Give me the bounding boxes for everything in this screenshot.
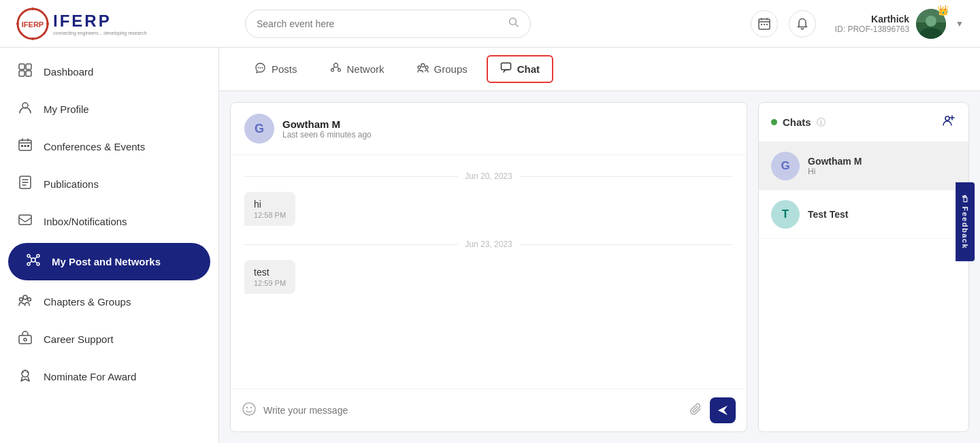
svg-point-49 xyxy=(421,64,425,67)
svg-point-46 xyxy=(333,63,338,67)
chat-messages: Jun 20, 2023 hi 12:58 PM Jun 23, 2023 xyxy=(231,155,747,389)
svg-rect-52 xyxy=(501,63,510,70)
chat-list-avatar-gowtham: G xyxy=(771,152,800,180)
svg-point-40 xyxy=(24,370,26,372)
svg-point-42 xyxy=(22,372,24,373)
chat-contact-status: Last seen 6 minutes ago xyxy=(282,130,372,140)
chat-contact-avatar: G xyxy=(244,114,274,144)
svg-rect-25 xyxy=(24,145,27,147)
chat-list-item-gowtham[interactable]: G Gowtham M Hi xyxy=(759,142,968,191)
user-name: Karthick xyxy=(835,14,909,24)
feedback-tab[interactable]: 🏷 Feedback xyxy=(956,182,975,261)
svg-text:IFERP: IFERP xyxy=(22,20,44,29)
svg-point-56 xyxy=(945,116,949,120)
svg-point-54 xyxy=(246,406,248,408)
message-bubble-1: hi 12:58 PM xyxy=(244,192,295,226)
user-details: Karthick ID: PROF-13896763 xyxy=(835,14,909,34)
message-wrap-2: test 12:59 PM xyxy=(244,260,733,297)
main-layout: Dashboard My Profile Conferences & Event… xyxy=(0,48,980,443)
chat-list-name-gowtham: Gowtham M xyxy=(808,156,862,167)
svg-point-30 xyxy=(27,255,30,257)
svg-rect-21 xyxy=(26,71,31,76)
svg-rect-18 xyxy=(19,64,24,69)
message-wrap-1: hi 12:58 PM xyxy=(244,192,733,229)
tab-network[interactable]: Network xyxy=(316,55,398,83)
svg-point-41 xyxy=(27,372,28,373)
svg-point-31 xyxy=(37,255,39,257)
feedback-icon: 🏷 xyxy=(961,194,969,203)
sidebar-label-my-profile: My Profile xyxy=(44,103,89,115)
avatar-wrap: 👑 xyxy=(916,9,946,39)
svg-point-8 xyxy=(20,32,22,34)
sidebar-item-dashboard[interactable]: Dashboard xyxy=(0,53,218,91)
contacts-icon[interactable] xyxy=(943,114,956,131)
tab-label-chat: Chat xyxy=(517,63,540,75)
svg-rect-28 xyxy=(19,215,31,225)
message-time-2: 12:59 PM xyxy=(254,279,286,287)
chat-list: G Gowtham M Hi T Test Test xyxy=(759,142,968,431)
logo-icon: IFERP xyxy=(16,7,49,40)
svg-rect-13 xyxy=(764,24,765,25)
calendar-button[interactable] xyxy=(751,10,778,37)
svg-point-5 xyxy=(31,37,34,40)
chat-contact-name: Gowtham M xyxy=(282,118,372,130)
svg-rect-19 xyxy=(26,64,31,69)
svg-rect-20 xyxy=(19,71,24,76)
message-text-1: hi xyxy=(254,199,286,210)
chat-list-item-test-test[interactable]: T Test Test xyxy=(759,191,968,239)
search-input[interactable] xyxy=(257,18,508,29)
send-button[interactable] xyxy=(710,397,736,423)
svg-point-32 xyxy=(27,263,30,265)
info-icon[interactable]: ⓘ xyxy=(817,116,826,129)
user-id: ID: PROF-13896763 xyxy=(835,24,909,34)
conferences-icon xyxy=(16,137,34,156)
sidebar-item-inbox[interactable]: Inbox/Notifications xyxy=(0,203,218,240)
search-bar[interactable] xyxy=(245,10,531,38)
logo-text: IFERP connecting engineers... developing… xyxy=(53,12,146,35)
chat-list-avatar-test: T xyxy=(771,200,800,229)
award-icon xyxy=(16,367,34,386)
message-input[interactable] xyxy=(263,405,683,416)
chat-input-bar xyxy=(231,389,747,431)
sidebar-item-publications[interactable]: Publications xyxy=(0,165,218,203)
message-time-1: 12:58 PM xyxy=(254,211,286,219)
sidebar-item-my-profile[interactable]: My Profile xyxy=(0,91,218,128)
user-info[interactable]: Karthick ID: PROF-13896763 👑 ▼ xyxy=(835,9,964,39)
sidebar-label-chapters-groups: Chapters & Groups xyxy=(44,296,131,308)
network-icon xyxy=(24,252,42,271)
svg-point-45 xyxy=(262,67,263,69)
logo-area: IFERP IFERP connecting engineers... deve… xyxy=(16,7,234,40)
sidebar-item-conferences[interactable]: Conferences & Events xyxy=(0,128,218,165)
tab-chat[interactable]: Chat xyxy=(487,55,553,83)
svg-point-50 xyxy=(418,66,421,69)
message-bubble-2: test 12:59 PM xyxy=(244,260,295,294)
emoji-button[interactable] xyxy=(242,401,257,420)
svg-rect-37 xyxy=(19,335,31,344)
sidebar-item-career-support[interactable]: Career Support xyxy=(0,321,218,358)
dashboard-icon xyxy=(16,63,34,81)
tab-posts[interactable]: Posts xyxy=(241,55,311,83)
svg-point-44 xyxy=(260,67,261,69)
svg-point-47 xyxy=(331,69,333,71)
date-separator-2: Jun 23, 2023 xyxy=(244,240,733,249)
sidebar-item-nominate-award[interactable]: Nominate For Award xyxy=(0,358,218,395)
chapters-icon xyxy=(16,293,34,311)
notifications-button[interactable] xyxy=(789,10,816,37)
chat-header: G Gowtham M Last seen 6 minutes ago xyxy=(231,103,747,155)
chevron-down-icon: ▼ xyxy=(956,19,964,29)
tab-groups[interactable]: Groups xyxy=(404,55,481,83)
svg-point-29 xyxy=(31,258,35,262)
nav-icons xyxy=(751,10,816,37)
svg-point-53 xyxy=(243,403,255,415)
chat-window: G Gowtham M Last seen 6 minutes ago Jun … xyxy=(230,102,747,432)
network-tab-icon xyxy=(330,62,342,76)
svg-rect-12 xyxy=(761,24,762,25)
chat-list-name-test: Test Test xyxy=(808,209,848,220)
sidebar-item-chapters-groups[interactable]: Chapters & Groups xyxy=(0,283,218,321)
publications-icon xyxy=(16,175,34,193)
sidebar-item-my-post-networks[interactable]: My Post and Networks xyxy=(8,243,210,280)
sidebar-label-nominate-award: Nominate For Award xyxy=(44,371,136,382)
attach-button[interactable] xyxy=(689,402,703,419)
svg-rect-26 xyxy=(27,145,29,147)
tab-label-network: Network xyxy=(347,63,385,75)
